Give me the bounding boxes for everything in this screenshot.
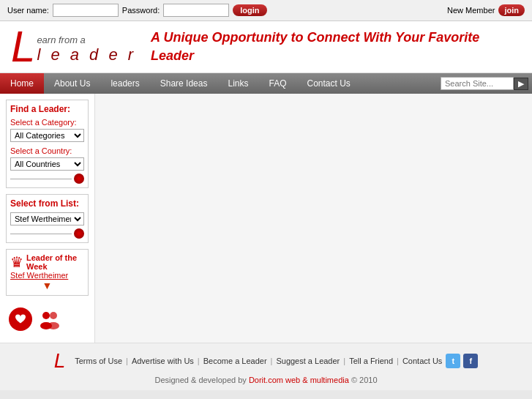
footer-link-tell-friend[interactable]: Tell a Friend (349, 357, 393, 365)
go-row-1 (10, 174, 84, 184)
go-line-1 (10, 179, 72, 179)
award-icon: ♛ (10, 253, 23, 271)
footer-social-icons: t f (446, 354, 478, 368)
leader-week-header: ♛ Leader of the Week (10, 253, 84, 271)
nav-item-share-ideas[interactable]: Share Ideas (150, 73, 218, 94)
username-input[interactable] (53, 4, 119, 17)
search-area: ▶ (437, 73, 532, 94)
select-list-title: Select from List: (10, 198, 84, 209)
find-leader-section: Find a Leader: Select a Category: All Ca… (6, 100, 89, 188)
find-leader-title: Find a Leader: (10, 104, 84, 114)
leader-list-select[interactable]: Stef Wertheimer (10, 212, 84, 225)
username-label: User name: (7, 6, 49, 15)
community-icon[interactable] (38, 307, 61, 331)
logo-leader: l e a d e r (37, 45, 136, 64)
logo-text-lines: earn from a l e a d e r (37, 34, 136, 64)
footer-link-advertise[interactable]: Advertise with Us (132, 357, 194, 365)
nav-item-leaders[interactable]: leaders (100, 73, 149, 94)
password-label: Password: (122, 6, 160, 15)
leader-of-week-section: ♛ Leader of the Week Stef Wertheimer ▼ (6, 249, 89, 296)
footer-logo: L (54, 349, 66, 373)
sidebar: Find a Leader: Select a Category: All Ca… (0, 94, 95, 343)
footer-link-contact[interactable]: Contact Us (402, 357, 442, 365)
footer-link-suggest-leader[interactable]: Suggest a Leader (276, 357, 340, 365)
leader-week-title: Leader of the Week (26, 253, 84, 271)
footer-credit-link[interactable]: Dorit.com web & multimedia (249, 376, 349, 384)
footer-credit: Designed & developed by Dorit.com web & … (11, 376, 521, 384)
sidebar-icons (6, 302, 89, 337)
category-label: Select a Category: (10, 118, 84, 127)
top-bar: User name: Password: login New Member jo… (0, 0, 532, 21)
join-button[interactable]: join (498, 4, 525, 16)
footer-link-terms[interactable]: Terms of Use (75, 357, 122, 365)
new-member-label: New Member (447, 6, 495, 15)
nav-bar: Home About Us leaders Share Ideas Links … (0, 73, 532, 94)
content-area (95, 94, 532, 343)
logo-area: L earn from a l e a d e r A Unique Oppor… (0, 21, 532, 73)
main-content: Find a Leader: Select a Category: All Ca… (0, 94, 532, 343)
footer-links: L Terms of Use | Advertise with Us | Bec… (11, 349, 521, 373)
svg-point-3 (48, 322, 59, 329)
facebook-icon[interactable]: f (463, 354, 478, 368)
country-label: Select a Country: (10, 146, 84, 155)
category-select[interactable]: All Categories (10, 129, 84, 142)
nav-item-links[interactable]: Links (217, 73, 258, 94)
login-button[interactable]: login (233, 4, 266, 16)
search-input[interactable] (441, 77, 514, 90)
tagline: A Unique Opportunity to Connect With You… (151, 29, 521, 65)
arrow-down-icon: ▼ (10, 280, 84, 291)
search-button[interactable]: ▶ (514, 78, 528, 90)
favorites-icon[interactable] (9, 307, 32, 331)
footer-link-become-leader[interactable]: Become a Leader (203, 357, 267, 365)
go-row-2 (10, 228, 84, 239)
logo-L: L (11, 29, 35, 64)
footer-year: © 2010 (351, 376, 378, 384)
nav-item-contact-us[interactable]: Contact Us (296, 73, 360, 94)
logo-learn-from-a: earn from a (37, 34, 136, 45)
go-button-1[interactable] (74, 174, 84, 184)
select-list-section: Select from List: Stef Wertheimer (6, 194, 89, 243)
logo: L earn from a l e a d e r (11, 29, 136, 64)
go-line-2 (10, 234, 72, 234)
nav-item-home[interactable]: Home (0, 73, 44, 94)
new-member-area: New Member join (447, 4, 525, 16)
country-select[interactable]: All Countries (10, 157, 84, 171)
nav-item-about[interactable]: About Us (44, 73, 100, 94)
leader-week-name[interactable]: Stef Wertheimer (10, 271, 84, 280)
footer: L Terms of Use | Advertise with Us | Bec… (0, 343, 532, 390)
login-area: User name: Password: login (7, 4, 267, 17)
go-button-2[interactable] (74, 228, 84, 239)
password-input[interactable] (163, 4, 229, 17)
svg-point-0 (42, 312, 50, 319)
nav-item-faq[interactable]: FAQ (258, 73, 296, 94)
twitter-icon[interactable]: t (446, 354, 460, 368)
svg-point-1 (50, 312, 57, 319)
